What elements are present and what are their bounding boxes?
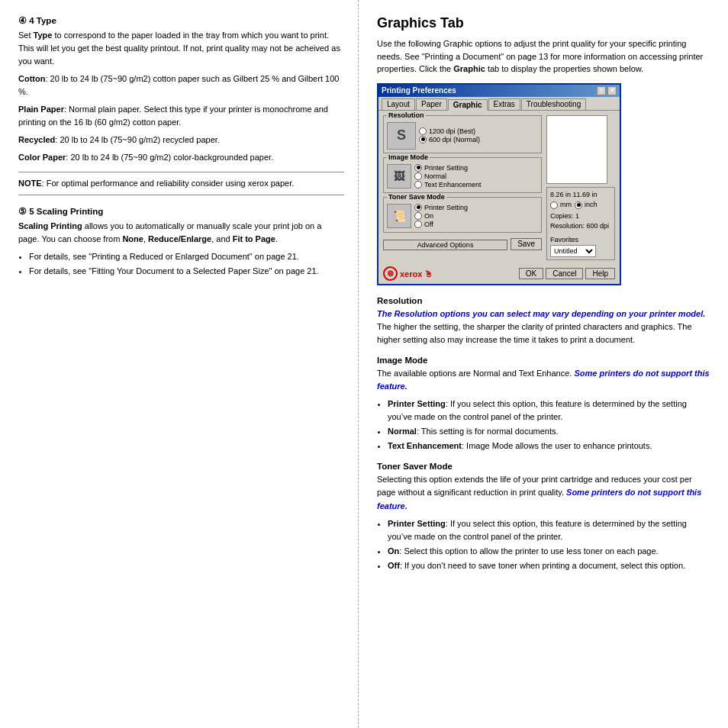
graphics-tab-title: Graphics Tab bbox=[377, 15, 710, 31]
resolution-body: The Resolution options you can select ma… bbox=[377, 308, 710, 346]
resolution-section: Resolution The Resolution options you ca… bbox=[377, 296, 710, 346]
copies-info: Copies: 1 bbox=[550, 211, 611, 222]
paper-preview bbox=[546, 115, 607, 184]
toner-icon: 📜 bbox=[387, 204, 411, 228]
bullet-2: For details, see "Fitting Your Document … bbox=[29, 265, 344, 278]
toner-on: On bbox=[414, 212, 468, 220]
toner-printer-setting: Printer Setting bbox=[414, 204, 468, 211]
image-mode-options: Printer Setting Normal Text Enhancement bbox=[414, 164, 482, 189]
image-bullet-1: Printer Setting: If you select this opti… bbox=[388, 398, 710, 424]
image-mode-section: Image Mode The available options are Nor… bbox=[377, 356, 710, 453]
radio-text-enhance[interactable] bbox=[414, 181, 422, 188]
dialog-info: 8.26 in 11.69 in mm inch Copies: 1 bbox=[546, 187, 615, 261]
ok-button[interactable]: OK bbox=[519, 268, 543, 279]
image-bullet-2: Normal: This setting is for normal docum… bbox=[388, 425, 710, 438]
resolution-heading: Resolution bbox=[377, 296, 710, 305]
toner-row: 📜 Printer Setting On bbox=[387, 204, 538, 229]
toner-bullet-3: Off: If you don’t need to save toner whe… bbox=[388, 559, 710, 572]
dialog-action-buttons: OK Cancel Help bbox=[519, 268, 615, 279]
dialog-title: Printing Preferences bbox=[382, 86, 456, 95]
inch-option: inch bbox=[575, 200, 598, 211]
radio-inch[interactable] bbox=[575, 201, 582, 209]
cancel-button[interactable]: Cancel bbox=[546, 268, 583, 279]
favorites-select[interactable]: Untitled bbox=[550, 245, 596, 257]
right-column: Graphics Tab Use the following Graphic o… bbox=[359, 0, 728, 728]
bullet-1: For details, see "Printing a Reduced or … bbox=[29, 250, 344, 263]
resolution-content: S 1200 dpi (Best) 600 dpi (Normal) bbox=[387, 122, 538, 150]
section-4-p1: Set Type to correspond to the paper load… bbox=[18, 29, 344, 68]
resolution-group-title: Resolution bbox=[387, 111, 426, 119]
toner-saver-intro: Selecting this option extends the life o… bbox=[377, 473, 710, 512]
section-4-cotton: Cotton: 20 lb to 24 lb (75~90 g/m2) cott… bbox=[18, 72, 344, 98]
xerox-logo: ⊗ bbox=[383, 266, 398, 281]
printing-preferences-dialog: Printing Preferences ? ✕ Layout Paper Gr… bbox=[377, 83, 621, 286]
dialog-titlebar-buttons: ? ✕ bbox=[597, 86, 617, 95]
toner-saver-bullets: Printer Setting: If you select this opti… bbox=[388, 517, 710, 572]
dialog-help-btn[interactable]: ? bbox=[597, 86, 606, 95]
note-box: NOTE: For optimal performance and reliab… bbox=[18, 172, 344, 195]
favorites-section: Favorites Untitled bbox=[550, 235, 611, 258]
advanced-options-button[interactable]: Advanced Options bbox=[383, 240, 507, 250]
resolution-group: Resolution S 1200 dpi (Best) bbox=[383, 115, 542, 153]
image-text-enhance: Text Enhancement bbox=[414, 181, 482, 188]
radio-mm[interactable] bbox=[550, 201, 558, 209]
section-5: ⑤ 5 Scaling Printing Scaling Printing al… bbox=[18, 206, 344, 278]
image-mode-group: Image Mode 🖼 Printer Setting bbox=[383, 157, 542, 193]
left-inner: ④ 4 Type Set Type to correspond to the p… bbox=[18, 15, 344, 626]
radio-toner-printer[interactable] bbox=[414, 204, 422, 211]
image-mode-heading: Image Mode bbox=[377, 356, 710, 365]
mm-inch-row: mm inch bbox=[550, 200, 611, 211]
adv-save-row: Advanced Options Save bbox=[383, 237, 542, 252]
toner-saver-heading: Toner Saver Mode bbox=[377, 462, 710, 471]
section-4-plain: Plain Paper: Normal plain paper. Select … bbox=[18, 103, 344, 129]
help-button[interactable]: Help bbox=[585, 268, 615, 279]
radio-600[interactable] bbox=[419, 136, 427, 143]
radio-toner-off[interactable] bbox=[414, 221, 422, 228]
graphics-intro: Use the following Graphic options to adj… bbox=[377, 37, 710, 76]
image-mode-row: 🖼 Printer Setting Normal bbox=[387, 164, 538, 189]
dialog-titlebar: Printing Preferences ? ✕ bbox=[378, 85, 620, 97]
dialog-footer: ⊗ xerox 🖱 OK Cancel Help bbox=[378, 265, 620, 284]
tab-paper[interactable]: Paper bbox=[416, 98, 447, 110]
section-4-recycled: Recycled: 20 lb to 24 lb (75~90 g/m2) re… bbox=[18, 134, 344, 147]
xerox-text: xerox 🖱 bbox=[400, 269, 433, 279]
image-bullet-3: Text Enhancement: Image Mode allows the … bbox=[388, 440, 710, 453]
image-mode-bullets: Printer Setting: If you select this opti… bbox=[388, 398, 710, 453]
section-4-color: Color Paper: 20 lb to 24 lb (75~90 g/m2)… bbox=[18, 151, 344, 164]
image-mode-group-title: Image Mode bbox=[387, 153, 430, 161]
toner-content: 📜 Printer Setting On bbox=[387, 204, 538, 229]
toner-bullet-1: Printer Setting: If you select this opti… bbox=[388, 517, 710, 543]
dialog-left-panel: Resolution S 1200 dpi (Best) bbox=[383, 115, 542, 261]
tab-layout[interactable]: Layout bbox=[382, 98, 415, 110]
radio-normal[interactable] bbox=[414, 172, 422, 180]
tab-extras[interactable]: Extras bbox=[488, 98, 520, 110]
dialog-tabs: Layout Paper Graphic Extras Troubleshoot… bbox=[378, 97, 620, 111]
left-column: ④ 4 Type Set Type to correspond to the p… bbox=[0, 0, 359, 728]
favorites-label: Favorites bbox=[550, 235, 611, 246]
tab-graphic[interactable]: Graphic bbox=[448, 99, 488, 111]
section-5-intro: Scaling Printing allows you to automatic… bbox=[18, 220, 344, 246]
image-mode-intro: The available options are Normal and Tex… bbox=[377, 367, 710, 393]
toner-group-title: Toner Save Mode bbox=[387, 193, 446, 201]
toner-saver-section: Toner Saver Mode Selecting this option e… bbox=[377, 462, 710, 572]
toner-bullet-2: On: Select this option to allow the prin… bbox=[388, 545, 710, 558]
resolution-600: 600 dpi (Normal) bbox=[419, 136, 480, 143]
page-container: ④ 4 Type Set Type to correspond to the p… bbox=[0, 0, 728, 728]
resolution-icon: S bbox=[387, 122, 416, 150]
image-normal: Normal bbox=[414, 172, 482, 180]
toner-off: Off bbox=[414, 221, 468, 228]
radio-toner-on[interactable] bbox=[414, 212, 422, 220]
resolution-options: 1200 dpi (Best) 600 dpi (Normal) bbox=[419, 127, 480, 144]
image-mode-content: 🖼 Printer Setting Normal bbox=[387, 164, 538, 189]
radio-printer-setting[interactable] bbox=[414, 164, 422, 172]
section-4-heading: ④ 4 Type bbox=[18, 15, 344, 26]
resolution-icon-row: S 1200 dpi (Best) 600 dpi (Normal) bbox=[387, 122, 538, 150]
dialog-right-panel: 8.26 in 11.69 in mm inch Copies: 1 bbox=[546, 115, 615, 261]
section-4: ④ 4 Type Set Type to correspond to the p… bbox=[18, 15, 344, 195]
dialog-body: Resolution S 1200 dpi (Best) bbox=[378, 111, 620, 266]
tab-troubleshooting[interactable]: Troubleshooting bbox=[521, 98, 586, 110]
save-button[interactable]: Save bbox=[511, 238, 542, 250]
radio-1200[interactable] bbox=[419, 127, 427, 135]
toner-save-group: Toner Save Mode 📜 Printer Setting bbox=[383, 197, 542, 233]
dialog-close-btn[interactable]: ✕ bbox=[607, 86, 617, 95]
